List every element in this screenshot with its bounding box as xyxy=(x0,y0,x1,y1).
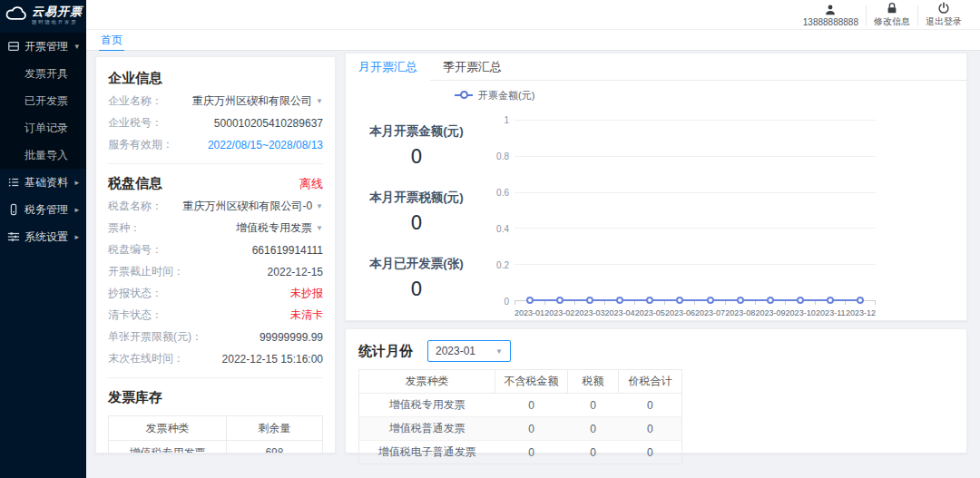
table-row: 增值税专用发票698 xyxy=(109,441,323,454)
report-status-value: 未抄报 xyxy=(290,286,323,301)
chart-legend[interactable]: 开票金额(元) xyxy=(346,89,966,102)
chart-x-axis: 2023-01 2023-02 2023-03 2023-04 2023-05 … xyxy=(514,305,876,317)
modify-info-button[interactable]: 修改信息 xyxy=(867,2,917,28)
tab-monthly-summary[interactable]: 月开票汇总 xyxy=(346,54,430,81)
app-title: 云易开票 xyxy=(32,5,83,17)
sidebar-item-tax-management[interactable]: 税务管理 ▸ xyxy=(0,196,86,223)
stats-col-type: 发票种类 xyxy=(359,370,495,394)
inventory-col-type: 发票种类 xyxy=(109,416,227,441)
chart-y-axis: 1 0.8 0.6 0.4 0.2 0 xyxy=(484,120,514,301)
divider xyxy=(108,163,323,164)
clear-card-status-value: 未清卡 xyxy=(290,307,323,323)
month-select[interactable]: 2023-01 ▼ xyxy=(427,340,511,362)
modify-info-label: 修改信息 xyxy=(874,15,910,28)
gridline xyxy=(514,156,876,157)
monthly-stats-card: 统计月份 2023-01 ▼ 发票种类 不含税金额 税额 价税合计 增值税专用发… xyxy=(345,328,967,454)
app-logo[interactable]: 云易开票 随时随地开发票 xyxy=(0,0,86,30)
monthly-stats-table: 发票种类 不含税金额 税额 价税合计 增值税专用发票000 增值税普通发票000… xyxy=(358,369,682,464)
sidebar-item-basic-data[interactable]: 基础资料 ▸ xyxy=(0,169,86,196)
sidebar-subitem-batch-import[interactable]: 批量导入 xyxy=(0,141,86,169)
sidebar-item-system-settings[interactable]: 系统设置 ▸ xyxy=(0,223,86,250)
table-row: 增值税普通发票000 xyxy=(359,417,682,441)
stat-monthly-count: 本月已开发票(张) 0 xyxy=(349,256,484,300)
sidebar-item-label: 基础资料 xyxy=(24,175,74,190)
info-card: 企业信息 企业名称： 重庆万州区碶和有限公司▼ 企业税号： 5000102054… xyxy=(95,56,336,454)
app-tagline: 随时随地开发票 xyxy=(32,19,77,24)
line-marker-icon xyxy=(455,94,473,96)
divider xyxy=(108,377,323,378)
chevron-right-icon: ▸ xyxy=(74,205,79,214)
tax-disk-icon xyxy=(7,203,20,216)
field-last-online: 末次在线时间： 2022-12-15 15:16:00 xyxy=(108,351,323,366)
sidebar-subitem-invoice-issue[interactable]: 发票开具 xyxy=(0,60,86,87)
sidebar-nav: 开票管理 ▾ 发票开具 已开发票 订单记录 批量导入 基础资料 ▸ 税务管理 ▸ xyxy=(0,33,86,250)
summary-card: 月开票汇总 季开票汇总 开票金额(元) 本月开票金额(元) 0 本月开票税额(元… xyxy=(345,53,967,321)
tax-disk-title: 税盘信息 xyxy=(108,175,162,192)
field-invoice-type: 票种： 增值税专用发票▼ xyxy=(108,220,323,236)
field-service-validity: 服务有效期： 2022/08/15~2028/08/13 xyxy=(108,137,323,152)
chevron-right-icon: ▸ xyxy=(74,178,79,187)
power-icon xyxy=(937,2,950,15)
gridline xyxy=(514,228,876,229)
logout-button[interactable]: 退出登录 xyxy=(918,2,969,28)
gridline xyxy=(514,120,876,121)
line-chart: 2023-01 2023-02 2023-03 2023-04 2023-05 … xyxy=(514,120,876,317)
list-icon xyxy=(7,176,20,189)
monthly-stats: 本月开票金额(元) 0 本月开票税额(元) 0 本月已开发票(张) 0 xyxy=(349,103,484,317)
stats-col-total: 价税合计 xyxy=(619,370,682,394)
chevron-down-icon: ▼ xyxy=(316,224,323,232)
stats-col-amount: 不含税金额 xyxy=(495,370,568,394)
field-single-limit: 单张开票限额(元)： 99999999.99 xyxy=(108,329,323,345)
chevron-down-icon: ▼ xyxy=(495,347,503,356)
sidebar-subitem-issued-invoices[interactable]: 已开发票 xyxy=(0,87,86,114)
field-disk-number: 税盘编号： 661619914111 xyxy=(108,242,323,258)
sidebar-item-label: 税务管理 xyxy=(24,202,74,218)
stat-monthly-tax: 本月开票税额(元) 0 xyxy=(349,190,484,234)
inventory-title: 发票库存 xyxy=(108,389,162,406)
invoice-icon xyxy=(7,40,20,53)
chevron-down-icon: ▾ xyxy=(74,42,79,51)
inventory-table: 发票种类 剩余量 增值税专用发票698 增值税普通发票376 增值税电子普通发票… xyxy=(108,415,323,454)
main-content: 企业信息 企业名称： 重庆万州区碶和有限公司▼ 企业税号： 5000102054… xyxy=(86,51,980,478)
sidebar-item-invoice-management[interactable]: 开票管理 ▾ xyxy=(0,33,86,60)
field-report-status: 抄报状态： 未抄报 xyxy=(108,286,323,301)
sidebar: 云易开票 随时随地开发票 开票管理 ▾ 发票开具 已开发票 订单记录 批量导入 … xyxy=(0,0,86,478)
field-company-name: 企业名称： 重庆万州区碶和有限公司▼ xyxy=(108,93,323,109)
invoice-type-dropdown[interactable]: 增值税专用发票▼ xyxy=(236,220,323,236)
chevron-down-icon: ▼ xyxy=(316,97,323,105)
stat-monthly-amount: 本月开票金额(元) 0 xyxy=(349,123,484,168)
sidebar-subitem-order-records[interactable]: 订单记录 xyxy=(0,114,86,141)
stats-col-tax: 税额 xyxy=(568,370,619,394)
service-validity-value: 2022/08/15~2028/08/13 xyxy=(208,139,323,151)
chevron-right-icon: ▸ xyxy=(74,232,79,241)
sidebar-item-label: 系统设置 xyxy=(24,229,74,245)
company-name-dropdown[interactable]: 重庆万州区碶和有限公司▼ xyxy=(192,93,323,109)
top-header: 13888888888 修改信息 退出登录 xyxy=(86,0,980,30)
field-deadline: 开票截止时间： 2022-12-15 xyxy=(108,264,323,279)
field-tax-number: 企业税号： 500010205410289637 xyxy=(108,115,323,131)
user-phone: 13888888888 xyxy=(803,17,858,27)
sliders-icon xyxy=(7,230,20,243)
tab-quarterly-summary[interactable]: 季开票汇总 xyxy=(430,54,514,80)
sidebar-item-label: 开票管理 xyxy=(24,39,74,54)
chevron-down-icon: ▼ xyxy=(316,202,323,210)
table-row: 增值税专用发票000 xyxy=(359,394,682,417)
cloud-logo-icon xyxy=(5,5,28,26)
gridline xyxy=(514,264,876,265)
user-icon xyxy=(824,4,837,16)
user-account-button[interactable]: 13888888888 xyxy=(796,4,866,27)
tab-home[interactable]: 首页 xyxy=(99,30,124,52)
gridline xyxy=(514,192,876,193)
field-disk-name: 税盘名称： 重庆万州区碶和有限公司-0▼ xyxy=(108,199,323,214)
company-info-title: 企业信息 xyxy=(108,70,162,87)
inventory-col-remaining: 剩余量 xyxy=(226,416,322,441)
logout-label: 退出登录 xyxy=(926,15,962,28)
chart-data-points xyxy=(514,297,876,304)
lock-icon xyxy=(886,2,898,15)
field-clear-card-status: 清卡状态： 未清卡 xyxy=(108,307,323,323)
offline-status-badge: 离线 xyxy=(299,176,323,192)
table-row: 增值税电子普通发票000 xyxy=(359,441,682,464)
stats-title: 统计月份 xyxy=(358,343,413,360)
disk-name-dropdown[interactable]: 重庆万州区碶和有限公司-0▼ xyxy=(182,199,323,214)
page-tab-bar: 首页 xyxy=(86,30,980,51)
